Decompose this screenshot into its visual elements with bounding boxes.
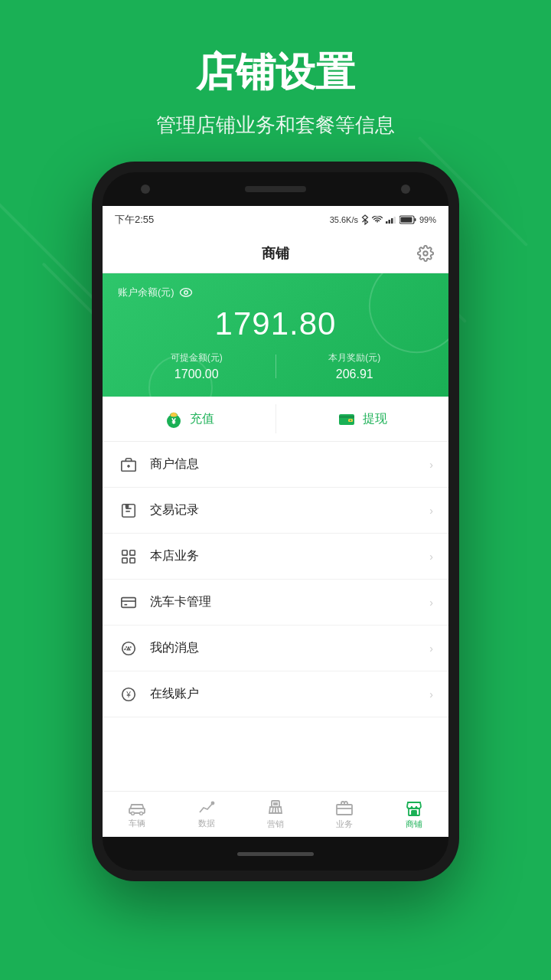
settings-icon[interactable] bbox=[415, 243, 436, 264]
network-speed: 35.6K/s bbox=[330, 215, 358, 224]
svg-point-8 bbox=[423, 251, 428, 256]
balance-card: 账户余额(元) 1791.80 可提金额(元) 1700.00 本月奖励(元) … bbox=[103, 273, 448, 397]
svg-line-47 bbox=[272, 807, 273, 813]
services-icon bbox=[118, 546, 139, 567]
transaction-icon: ¥ bbox=[118, 500, 139, 521]
svg-rect-7 bbox=[400, 217, 412, 223]
menu-list: 商户信息 › ¥ 交易记录 › bbox=[103, 442, 448, 791]
page-title: 店铺设置 bbox=[15, 46, 536, 100]
tab-business-label: 业务 bbox=[336, 818, 353, 830]
page-subtitle: 管理店铺业务和套餐等信息 bbox=[15, 112, 536, 139]
svg-rect-1 bbox=[386, 221, 388, 224]
menu-item-transaction[interactable]: ¥ 交易记录 › bbox=[103, 488, 448, 534]
tab-bar: 车辆 数据 bbox=[103, 791, 448, 837]
withdraw-label: 提现 bbox=[363, 411, 387, 427]
tab-business[interactable]: 业务 bbox=[310, 792, 379, 837]
menu-item-message[interactable]: 我的消息 › bbox=[103, 626, 448, 671]
message-icon bbox=[118, 638, 139, 659]
merchant-info-label: 商户信息 bbox=[150, 456, 429, 472]
status-icons: 35.6K/s 99% bbox=[330, 214, 436, 225]
svg-line-37 bbox=[125, 648, 126, 650]
page-header: 店铺设置 管理店铺业务和套餐等信息 bbox=[0, 0, 551, 162]
svg-point-35 bbox=[122, 642, 135, 655]
card-icon bbox=[118, 592, 139, 613]
svg-rect-3 bbox=[391, 218, 393, 224]
message-label: 我的消息 bbox=[150, 640, 429, 656]
reward: 本月奖励(元) 206.91 bbox=[276, 351, 434, 381]
balance-label: 账户余额(元) bbox=[118, 286, 433, 299]
chevron-right-icon: › bbox=[429, 688, 433, 701]
carwash-card-label: 洗车卡管理 bbox=[150, 594, 429, 610]
balance-sub: 可提金额(元) 1700.00 本月奖励(元) 206.91 bbox=[118, 351, 433, 381]
svg-text:¥: ¥ bbox=[171, 417, 175, 425]
tab-vehicles-label: 车辆 bbox=[129, 818, 145, 829]
tab-vehicles[interactable]: 车辆 bbox=[103, 792, 171, 837]
transaction-label: 交易记录 bbox=[150, 502, 429, 518]
chevron-right-icon: › bbox=[429, 596, 433, 609]
status-bar: 下午2:55 35.6K/s 99% bbox=[103, 206, 448, 234]
tab-store-label: 商铺 bbox=[406, 818, 422, 830]
balance-amount: 1791.80 bbox=[118, 305, 433, 342]
svg-point-15 bbox=[170, 413, 177, 417]
tab-marketing-label: 营销 bbox=[267, 818, 284, 830]
withdraw-button[interactable]: 提现 bbox=[276, 397, 449, 441]
account-icon: ¥ bbox=[118, 684, 139, 705]
menu-item-online-account[interactable]: ¥ 在线账户 › bbox=[103, 671, 448, 717]
services-label: 本店业务 bbox=[150, 548, 429, 564]
svg-point-20 bbox=[350, 420, 351, 421]
svg-rect-29 bbox=[130, 550, 135, 554]
svg-rect-4 bbox=[393, 217, 396, 224]
svg-rect-24 bbox=[122, 504, 135, 517]
recharge-label: 充值 bbox=[190, 411, 214, 427]
svg-rect-2 bbox=[388, 220, 390, 224]
menu-item-services[interactable]: 本店业务 › bbox=[103, 534, 448, 580]
recharge-button[interactable]: ¥ ¥ 充值 bbox=[103, 397, 276, 441]
svg-point-9 bbox=[180, 289, 191, 297]
svg-rect-44 bbox=[272, 801, 279, 807]
svg-text:¥: ¥ bbox=[126, 691, 131, 699]
svg-point-10 bbox=[184, 291, 187, 295]
battery-percent: 99% bbox=[419, 215, 436, 224]
chevron-right-icon: › bbox=[429, 459, 433, 471]
tab-marketing[interactable]: 营销 bbox=[241, 792, 310, 837]
svg-line-48 bbox=[278, 807, 279, 813]
svg-point-41 bbox=[132, 812, 135, 815]
svg-text:¥: ¥ bbox=[126, 504, 129, 509]
menu-item-merchant-info[interactable]: 商户信息 › bbox=[103, 442, 448, 488]
svg-rect-31 bbox=[130, 557, 135, 562]
svg-rect-50 bbox=[337, 805, 352, 815]
svg-rect-6 bbox=[414, 218, 416, 221]
chevron-right-icon: › bbox=[429, 505, 433, 517]
svg-rect-32 bbox=[122, 597, 135, 607]
svg-rect-53 bbox=[412, 811, 416, 815]
tab-data-label: 数据 bbox=[198, 818, 215, 829]
svg-marker-36 bbox=[127, 647, 130, 650]
app-bar-title: 商铺 bbox=[262, 244, 289, 263]
chevron-right-icon: › bbox=[429, 550, 433, 563]
store-icon bbox=[118, 454, 139, 475]
status-time: 下午2:55 bbox=[115, 213, 154, 227]
svg-point-43 bbox=[211, 802, 214, 804]
action-buttons: ¥ ¥ 充值 提现 bbox=[103, 397, 448, 442]
phone-device: 下午2:55 35.6K/s 99% 商铺 bbox=[92, 162, 459, 881]
tab-store[interactable]: 商铺 bbox=[380, 792, 448, 837]
svg-rect-30 bbox=[122, 557, 127, 562]
withdrawable: 可提金额(元) 1700.00 bbox=[118, 351, 276, 381]
svg-point-42 bbox=[140, 812, 143, 815]
svg-rect-28 bbox=[122, 550, 127, 554]
menu-item-carwash-card[interactable]: 洗车卡管理 › bbox=[103, 580, 448, 626]
chevron-right-icon: › bbox=[429, 642, 433, 655]
app-bar: 商铺 bbox=[103, 234, 448, 273]
tab-data[interactable]: 数据 bbox=[171, 792, 240, 837]
svg-rect-18 bbox=[339, 416, 354, 418]
online-account-label: 在线账户 bbox=[150, 686, 429, 702]
